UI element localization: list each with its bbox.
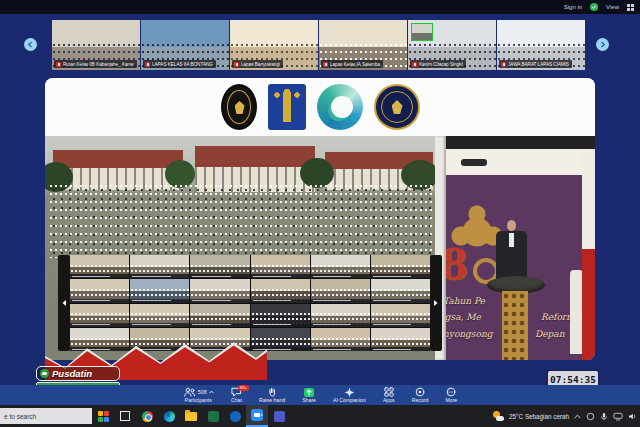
mic-muted-icon (323, 62, 328, 67)
wall-cell (251, 279, 310, 302)
share-button[interactable]: Share (302, 387, 316, 403)
record-button[interactable]: Record (412, 387, 429, 403)
task-view-icon (120, 411, 130, 421)
pengayoman-blue-shield-logo (268, 84, 306, 130)
wall-cell (311, 279, 370, 302)
gallery-video-tile[interactable]: Kanim Cilacap Singkil (408, 20, 496, 70)
participants-caret-icon (209, 390, 214, 394)
wall-cell (311, 328, 370, 351)
slogan-line-3a: nyongsong (443, 329, 492, 339)
volume-icon[interactable] (628, 412, 637, 421)
video-wall-grid (70, 255, 430, 351)
windows-taskbar: e to search 25°C Sebagian cerah (0, 405, 640, 427)
wall-cell (190, 304, 249, 327)
wall-cell (251, 304, 310, 327)
raise-hand-icon (267, 387, 277, 397)
view-grid-icon (627, 4, 634, 11)
microphone-icon[interactable] (600, 412, 608, 421)
sign-in-button[interactable]: Sign in (564, 4, 582, 10)
slogan-line-1: Tahun Pe (443, 296, 485, 306)
chrome-button[interactable] (136, 405, 158, 427)
red-banner (582, 249, 595, 360)
wall-prev-arrow (58, 255, 70, 351)
gallery-video-tile[interactable]: Lapas Banyuwangi (230, 20, 318, 70)
task-view-button[interactable] (114, 405, 136, 427)
news-widget-button[interactable] (92, 405, 114, 427)
wall-cell (70, 304, 129, 327)
outlook-icon (230, 411, 241, 422)
wall-cell (311, 255, 370, 278)
excel-button[interactable] (202, 405, 224, 427)
pusdatin-leaf-icon (40, 369, 49, 378)
edge-button[interactable] (158, 405, 180, 427)
navy-round-emblem-logo (374, 84, 420, 130)
wall-cell (70, 279, 129, 302)
gallery-video-tile[interactable]: Rutan Kelas IIB Kabanjahe_ Kanw (52, 20, 140, 70)
tile-name-label: Lapas Banyuwangi (232, 60, 283, 68)
garuda-oval-emblem-logo (221, 84, 257, 130)
edge-icon (164, 411, 175, 422)
excel-icon (208, 411, 219, 422)
apps-icon (384, 387, 394, 397)
wall-next-arrow (430, 255, 442, 351)
chat-badge: 99+ (238, 385, 249, 391)
wall-cell (190, 279, 249, 302)
outlook-button[interactable] (224, 405, 246, 427)
mic-muted-icon (56, 62, 61, 67)
mic-muted-icon (234, 62, 239, 67)
chat-button[interactable]: 99+ Chat (231, 387, 242, 403)
participants-icon (183, 387, 196, 397)
onedrive-icon[interactable] (586, 412, 595, 421)
teal-wave-swirl-logo (317, 84, 363, 130)
zoom-toolbar: 508 Participants 99+ Chat Raise hand Sha… (0, 385, 640, 405)
record-icon (415, 387, 425, 397)
share-icon (304, 388, 314, 397)
wall-cell (70, 255, 129, 278)
stage-speaker-panel: 8 Tahun Pe ngsa, Me Reforma nyongsong De… (437, 136, 595, 360)
main-video-card: 8 Tahun Pe ngsa, Me Reforma nyongsong De… (45, 78, 595, 360)
folder-icon (185, 412, 197, 421)
more-button[interactable]: More (445, 387, 457, 403)
gallery-video-tile[interactable]: JAWA BARAT LAPAS CIAMIS (497, 20, 585, 70)
zoom-app-button[interactable] (246, 405, 268, 427)
weather-text[interactable]: 25°C Sebagian cerah (509, 413, 569, 420)
tile-name-label: Rutan Kelas IIB Kabanjahe_ Kanw (54, 60, 137, 68)
raise-hand-button[interactable]: Raise hand (259, 387, 285, 403)
embedded-video-wall (58, 255, 442, 351)
wall-cell (190, 255, 249, 278)
system-tray: 25°C Sebagian cerah (493, 411, 640, 422)
tile-name-label: Kanim Cilacap Singkil (410, 60, 466, 68)
main-ceremony-video: 8 Tahun Pe ngsa, Me Reforma nyongsong De… (45, 136, 595, 360)
network-icon[interactable] (613, 412, 623, 421)
wall-cell (311, 304, 370, 327)
file-explorer-button[interactable] (180, 405, 202, 427)
teams-icon (274, 411, 285, 422)
window-title-bar: Sign in View (0, 0, 640, 14)
wall-cell (251, 328, 310, 351)
gallery-video-tile[interactable]: LAPAS KELAS IIA BONTANG (141, 20, 229, 70)
gallery-prev-button[interactable] (24, 38, 37, 51)
colorful-grid-icon (98, 411, 109, 422)
zoom-meeting-screen: Sign in View Rutan Kelas IIB Kabanjahe_ … (0, 0, 640, 427)
wall-cell (371, 304, 430, 327)
teams-button[interactable] (268, 405, 290, 427)
wall-cell (371, 255, 430, 278)
view-button[interactable]: View (606, 4, 619, 10)
zoom-icon (251, 409, 263, 421)
security-shield-icon (590, 3, 598, 11)
gallery-video-tile[interactable]: Lapas Kelas IA Salemba (319, 20, 407, 70)
tile-name-label: Lapas Kelas IA Salemba (321, 60, 383, 68)
taskbar-search-input[interactable]: e to search (0, 408, 92, 424)
ai-companion-button[interactable]: AI Companion (333, 387, 366, 403)
more-icon (446, 387, 456, 397)
mic-muted-icon (145, 62, 150, 67)
wall-cell (251, 255, 310, 278)
wall-cell (371, 328, 430, 351)
tray-chevron-up-icon[interactable] (574, 414, 581, 419)
tile-name-label: LAPAS KELAS IIA BONTANG (143, 60, 216, 68)
apps-button[interactable]: Apps (383, 387, 395, 403)
weather-icon (493, 411, 504, 422)
wall-cell (371, 279, 430, 302)
participants-button[interactable]: 508 Participants (183, 387, 214, 403)
gallery-next-button[interactable] (596, 38, 609, 51)
